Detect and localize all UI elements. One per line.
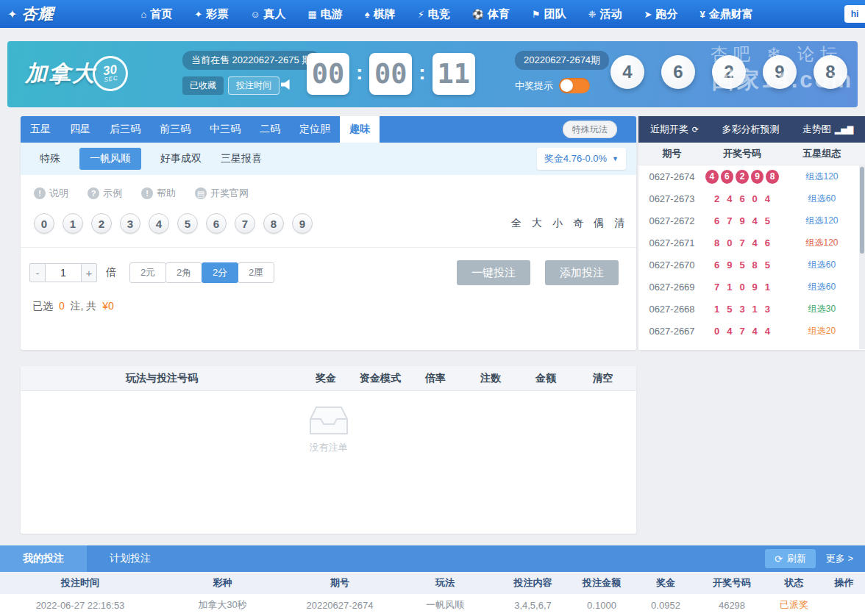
subtab-0[interactable]: 特殊 <box>40 152 60 165</box>
link-explain[interactable]: !说明 <box>34 187 68 200</box>
nav-item-team[interactable]: ⚑团队 <box>532 7 566 21</box>
bet-tab-3[interactable]: 前三码 <box>150 116 200 143</box>
sidebar-rows: 0627-267446298组选1200627-267324604组选60062… <box>638 165 865 342</box>
number-ball-3[interactable]: 3 <box>120 213 140 234</box>
subtab-1[interactable]: 一帆风顺 <box>79 148 141 170</box>
unit-btn-3[interactable]: 2厘 <box>238 262 274 283</box>
more-link[interactable]: 更多 > <box>826 552 853 565</box>
multiplier-input[interactable] <box>46 263 81 282</box>
result-balls: 46298 <box>611 55 847 89</box>
record-content: 3,4,5,6,7 <box>495 600 571 611</box>
win-tip-toggle[interactable] <box>559 78 590 93</box>
bonus-select[interactable]: 奖金4.76-0.0% ▼ <box>537 148 626 170</box>
link-example[interactable]: ?示例 <box>88 187 122 200</box>
speaker-icon[interactable] <box>281 79 293 90</box>
bet-tab-7[interactable]: 趣味 <box>340 116 380 143</box>
nav-item-paofen[interactable]: ➤跑分 <box>644 7 678 21</box>
number-ball-6[interactable]: 6 <box>206 213 227 234</box>
number-ball-4[interactable]: 4 <box>149 213 169 234</box>
subtab-2[interactable]: 好事成双 <box>160 152 202 165</box>
sidebar-header-2: 五星组态 <box>779 147 865 160</box>
refresh-button[interactable]: ⟳ 刷新 <box>765 549 816 568</box>
number-ball-2[interactable]: 2 <box>91 213 112 234</box>
bet-tab-1[interactable]: 四星 <box>60 116 100 143</box>
draw-num: 4 <box>727 193 732 204</box>
record-play: 一帆风顺 <box>395 598 495 612</box>
combo-type: 组选30 <box>779 303 865 315</box>
sidebar-header-1: 开奖号码 <box>705 147 779 160</box>
draw-num: 9 <box>751 170 764 184</box>
draw-num: 0 <box>752 193 758 204</box>
bottom-header-3: 玩法 <box>395 576 495 590</box>
my-bets-bar: 我的投注计划投注 ⟳ 刷新 更多 > <box>0 545 865 572</box>
nav-item-esports[interactable]: ⚡电竞 <box>418 7 450 21</box>
nav-item-board-games[interactable]: ♠棋牌 <box>365 7 396 21</box>
countdown-seconds: 11 <box>432 53 475 95</box>
win-tip-label: 中奖提示 <box>515 79 553 93</box>
nav-item-sports[interactable]: ⚽体育 <box>472 7 510 21</box>
bottom-tabs: 我的投注计划投注 <box>0 545 174 572</box>
game-30sec-badge: 30 SEC <box>90 54 130 93</box>
quick-action-4[interactable]: 偶 <box>594 217 604 230</box>
nav-item-label: 彩票 <box>206 7 228 21</box>
multiplier-plus-button[interactable]: + <box>81 263 97 282</box>
add-bet-button[interactable]: 添加投注 <box>545 260 619 285</box>
nav-item-activity[interactable]: ❈活动 <box>588 7 622 21</box>
bet-tab-5[interactable]: 二码 <box>250 116 290 143</box>
official-site-icon: ▤ <box>195 187 207 199</box>
draw-num: 5 <box>765 259 770 271</box>
favorited-button[interactable]: 已收藏 <box>182 76 224 95</box>
record-time: 2022-06-27 22:16:53 <box>0 600 160 611</box>
link-official-site[interactable]: ▤开奖官网 <box>195 187 249 200</box>
draw-num: 2 <box>714 193 719 204</box>
sidebar-nav-recent-draws[interactable]: 近期开奖⟳ <box>650 123 699 136</box>
bet-tab-0[interactable]: 五星 <box>21 116 60 143</box>
selected-count: 0 <box>59 300 65 312</box>
bet-tab-2[interactable]: 后三码 <box>100 116 150 143</box>
special-play-button[interactable]: 特殊玩法 <box>563 121 617 138</box>
unit-btn-1[interactable]: 2角 <box>165 262 202 283</box>
bet-tab-4[interactable]: 中三码 <box>200 116 250 143</box>
bottom-tab-0[interactable]: 我的投注 <box>0 545 87 572</box>
bottom-table-header: 投注时间彩种期号玩法投注内容投注金额奖金开奖号码状态操作 <box>0 572 865 594</box>
selected-middle: 注, 共 <box>71 300 97 312</box>
result-ball-1: 6 <box>661 55 695 89</box>
corner-app-icon[interactable]: hi <box>844 5 865 23</box>
quick-action-0[interactable]: 全 <box>511 217 522 230</box>
link-help[interactable]: !帮助 <box>141 187 176 200</box>
nav-item-electronic-games[interactable]: ▦电游 <box>307 7 342 21</box>
esports-icon: ⚡ <box>418 9 424 20</box>
number-ball-9[interactable]: 9 <box>292 213 313 234</box>
quick-action-2[interactable]: 小 <box>552 217 563 230</box>
quick-action-1[interactable]: 大 <box>532 217 542 230</box>
draw-num: 4 <box>752 237 758 248</box>
combo-type: 组选120 <box>779 171 865 183</box>
quick-action-3[interactable]: 奇 <box>573 217 583 230</box>
number-ball-1[interactable]: 1 <box>63 213 83 234</box>
number-ball-5[interactable]: 5 <box>177 213 198 234</box>
nav-item-live-casino[interactable]: ☺真人 <box>250 7 285 21</box>
bottom-tab-1[interactable]: 计划投注 <box>87 545 174 572</box>
quick-action-5[interactable]: 清 <box>614 217 624 230</box>
nav-item-home[interactable]: ⌂首页 <box>140 7 172 21</box>
number-ball-0[interactable]: 0 <box>34 213 54 234</box>
sidebar-nav-trend-chart[interactable]: 走势图▂▅▇ <box>802 123 853 136</box>
bet-time-button[interactable]: 投注时间 <box>228 76 280 95</box>
unit-btn-0[interactable]: 2元 <box>129 262 166 283</box>
top-navbar: ✦ 杏耀 ⌂首页✦彩票☺真人▦电游♠棋牌⚡电竞⚽体育⚑团队❈活动➤跑分¥金鼎财富… <box>0 0 865 28</box>
nav-item-label: 跑分 <box>656 7 678 21</box>
subtab-3[interactable]: 三星报喜 <box>221 152 262 165</box>
number-ball-7[interactable]: 7 <box>235 213 255 234</box>
draw-numbers: 04744 <box>705 326 779 337</box>
nav-item-lottery[interactable]: ✦彩票 <box>194 7 228 21</box>
unit-btn-2[interactable]: 2分 <box>202 262 238 283</box>
multiplier-minus-button[interactable]: - <box>29 263 46 282</box>
one-key-bet-button[interactable]: 一键投注 <box>457 260 530 285</box>
site-logo[interactable]: ✦ 杏耀 <box>7 4 54 24</box>
sidebar-scrollbar-thumb[interactable] <box>860 167 864 254</box>
sidebar-nav-analysis-forecast[interactable]: 多彩分析预测 <box>722 123 779 136</box>
combo-type: 组选120 <box>779 215 865 227</box>
nav-item-wealth[interactable]: ¥金鼎财富 <box>700 7 753 21</box>
bet-tab-6[interactable]: 定位胆 <box>290 116 340 143</box>
number-ball-8[interactable]: 8 <box>263 213 284 234</box>
